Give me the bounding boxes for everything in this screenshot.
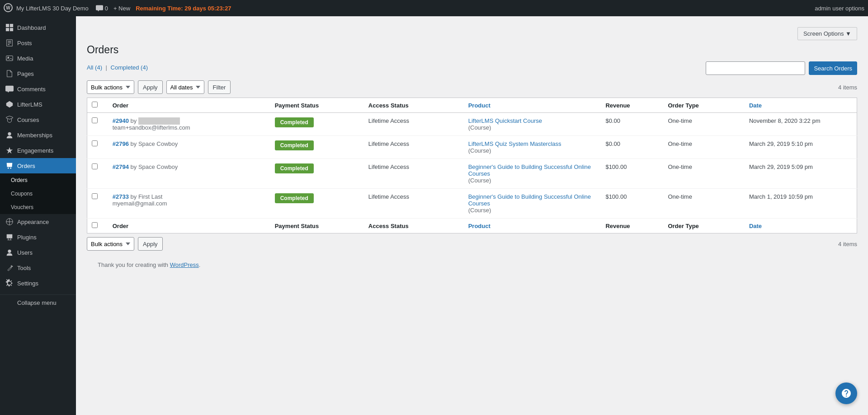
sidebar-item-appearance[interactable]: Appearance bbox=[0, 214, 76, 229]
collapse-menu-label: Collapse menu bbox=[17, 299, 57, 306]
submenu-item-vouchers[interactable]: Vouchers bbox=[0, 201, 76, 214]
date-sort-link[interactable]: Date bbox=[749, 102, 762, 109]
admin-user-info[interactable]: admin user options bbox=[815, 5, 864, 12]
row-checkbox-4[interactable] bbox=[87, 189, 108, 219]
order-link-2940[interactable]: #2940 bbox=[113, 117, 129, 124]
search-orders-button[interactable]: Search Orders bbox=[809, 61, 857, 75]
product-link-1[interactable]: LifterLMS Quickstart Course bbox=[468, 117, 542, 124]
svg-rect-2 bbox=[6, 24, 9, 27]
apply-button-top[interactable]: Apply bbox=[138, 80, 163, 94]
row-order-1: #2940 by ██████████ team+sandbox@lifterl… bbox=[108, 113, 270, 136]
row-select-4[interactable] bbox=[92, 193, 98, 199]
sidebar-item-pages[interactable]: Pages bbox=[0, 66, 76, 81]
row-payment-2: Completed bbox=[270, 136, 364, 159]
header-date[interactable]: Date bbox=[745, 98, 857, 113]
order-link-2794[interactable]: #2794 bbox=[113, 163, 129, 170]
sidebar-item-comments[interactable]: Comments bbox=[0, 81, 76, 97]
sidebar-label-tools: Tools bbox=[17, 265, 31, 271]
footer-date-sort-link[interactable]: Date bbox=[749, 223, 762, 229]
row-payment-1: Completed bbox=[270, 113, 364, 136]
row-checkbox-2[interactable] bbox=[87, 136, 108, 159]
sidebar-label-engagements: Engagements bbox=[17, 147, 53, 154]
sidebar-item-courses[interactable]: Courses bbox=[0, 112, 76, 127]
svg-rect-17 bbox=[7, 234, 13, 238]
order-link-2796[interactable]: #2796 bbox=[113, 140, 129, 147]
row-product-4: Beginner's Guide to Building Successful … bbox=[464, 189, 601, 219]
filter-completed-link[interactable]: Completed (4) bbox=[111, 64, 148, 71]
row-checkbox-1[interactable] bbox=[87, 113, 108, 136]
sidebar-item-memberships[interactable]: Memberships bbox=[0, 127, 76, 143]
status-badge-2: Completed bbox=[275, 140, 314, 150]
row-date-1: November 8, 2020 3:22 pm bbox=[745, 113, 857, 136]
submenu-item-coupons[interactable]: Coupons bbox=[0, 187, 76, 201]
sidebar-item-orders[interactable]: Orders bbox=[0, 158, 76, 173]
row-access-4: Lifetime Access bbox=[364, 189, 464, 219]
select-all-checkbox-bottom[interactable] bbox=[92, 222, 98, 228]
header-order-type: Order Type bbox=[663, 98, 744, 113]
sidebar-label-lifterlms: LifterLMS bbox=[17, 101, 42, 108]
apply-button-bottom[interactable]: Apply bbox=[138, 237, 163, 251]
filter-all-link[interactable]: All (4) bbox=[87, 64, 104, 71]
sidebar-item-users[interactable]: Users bbox=[0, 245, 76, 260]
row-order-2: #2796 by Space Cowboy bbox=[108, 136, 270, 159]
sidebar-item-media[interactable]: Media bbox=[0, 51, 76, 66]
sidebar-item-engagements[interactable]: Engagements bbox=[0, 143, 76, 158]
product-link-2[interactable]: LifterLMS Quiz System Masterclass bbox=[468, 140, 561, 147]
search-input[interactable] bbox=[706, 61, 805, 75]
bulk-actions-select-bottom[interactable]: Bulk actions Delete bbox=[87, 237, 134, 251]
sidebar-item-plugins[interactable]: Plugins bbox=[0, 229, 76, 245]
sidebar-label-users: Users bbox=[17, 249, 33, 256]
sidebar-label-dashboard: Dashboard bbox=[17, 24, 46, 31]
svg-rect-9 bbox=[6, 56, 13, 61]
order-user-4: First Last bbox=[138, 193, 162, 200]
select-all-checkbox-top[interactable] bbox=[92, 102, 98, 107]
header-checkbox[interactable] bbox=[87, 98, 108, 113]
row-checkbox-3[interactable] bbox=[87, 159, 108, 189]
footer-header-checkbox[interactable] bbox=[87, 219, 108, 233]
date-filter-select[interactable]: All dates bbox=[166, 80, 204, 94]
header-product[interactable]: Product bbox=[464, 98, 601, 113]
sidebar-item-lifterlms[interactable]: LifterLMS bbox=[0, 97, 76, 112]
row-select-1[interactable] bbox=[92, 117, 98, 123]
bulk-actions-select-top[interactable]: Bulk actions Delete bbox=[87, 80, 134, 94]
footer-product-sort-link[interactable]: Product bbox=[468, 223, 491, 229]
main-content: Screen Options ▼ Orders All (4) | Comple… bbox=[76, 16, 868, 415]
sidebar-label-comments: Comments bbox=[17, 86, 46, 93]
wp-logo-icon[interactable]: W bbox=[4, 3, 13, 14]
filter-button[interactable]: Filter bbox=[208, 80, 231, 94]
sidebar-item-posts[interactable]: Posts bbox=[0, 35, 76, 51]
collapse-menu-button[interactable]: Collapse menu bbox=[0, 294, 76, 310]
order-link-2733[interactable]: #2733 bbox=[113, 193, 129, 200]
footer-header-date[interactable]: Date bbox=[745, 219, 857, 233]
site-name[interactable]: My LifterLMS 30 Day Demo bbox=[16, 5, 89, 12]
sidebar-item-dashboard[interactable]: Dashboard bbox=[0, 20, 76, 35]
screen-options-bar: Screen Options ▼ bbox=[87, 27, 857, 40]
order-user-3: Space Cowboy bbox=[138, 163, 178, 170]
screen-options-button[interactable]: Screen Options ▼ bbox=[797, 27, 857, 40]
action-toolbar-bottom: Bulk actions Delete Apply 4 items bbox=[87, 237, 857, 251]
row-select-3[interactable] bbox=[92, 163, 98, 169]
footer-header-product[interactable]: Product bbox=[464, 219, 601, 233]
submenu-item-orders[interactable]: Orders bbox=[0, 173, 76, 187]
product-type-3: (Course) bbox=[468, 177, 491, 184]
page-title: Orders bbox=[87, 44, 857, 56]
svg-text:W: W bbox=[6, 5, 10, 10]
help-fab[interactable] bbox=[835, 382, 857, 404]
product-sort-link[interactable]: Product bbox=[468, 102, 491, 109]
sidebar-item-tools[interactable]: Tools bbox=[0, 260, 76, 275]
sidebar-label-settings: Settings bbox=[17, 280, 38, 287]
product-link-4[interactable]: Beginner's Guide to Building Successful … bbox=[468, 193, 591, 207]
wordpress-link[interactable]: WordPress bbox=[170, 261, 199, 268]
new-content-button[interactable]: + New bbox=[113, 5, 130, 12]
product-link-3[interactable]: Beginner's Guide to Building Successful … bbox=[468, 163, 591, 177]
product-type-1: (Course) bbox=[468, 124, 491, 131]
footer-header-access-status: Access Status bbox=[364, 219, 464, 233]
row-order-4: #2733 by First Last myemail@gmail.com bbox=[108, 189, 270, 219]
row-type-1: One-time bbox=[663, 113, 744, 136]
sidebar-label-pages: Pages bbox=[17, 70, 34, 77]
comments-icon[interactable]: 0 bbox=[96, 5, 108, 12]
order-email-1: team+sandbox@lifterlms.com bbox=[113, 124, 190, 131]
row-select-2[interactable] bbox=[92, 140, 98, 146]
sidebar-label-media: Media bbox=[17, 55, 33, 62]
sidebar-item-settings[interactable]: Settings bbox=[0, 275, 76, 291]
